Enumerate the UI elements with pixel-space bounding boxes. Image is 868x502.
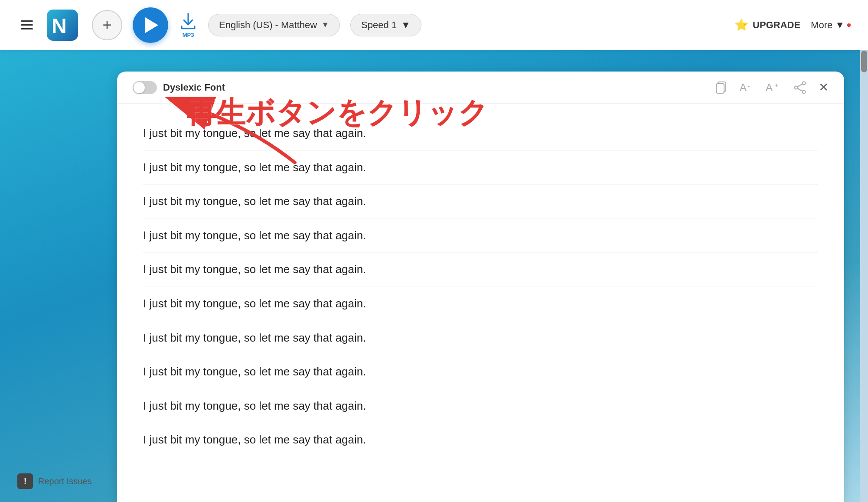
content-line: I just bit my tongue, so let me say that… [143, 151, 818, 185]
decrease-font-icon: A - [740, 81, 754, 94]
dyslexic-font-toggle-container: Dyslexic Font [133, 81, 225, 94]
content-line: I just bit my tongue, so let me say that… [143, 423, 818, 457]
more-button[interactable]: More ▼ [811, 20, 851, 31]
hamburger-button[interactable] [17, 17, 36, 33]
panel-header: Dyslexic Font A - [117, 72, 844, 104]
content-line: I just bit my tongue, so let me say that… [143, 253, 818, 287]
panel-action-icons: A - A + [715, 80, 829, 95]
dyslexic-font-label: Dyslexic Font [163, 82, 225, 93]
dyslexic-font-toggle[interactable] [133, 81, 157, 94]
scrollbar-track[interactable] [860, 50, 868, 502]
content-line: I just bit my tongue, so let me say that… [143, 219, 818, 253]
play-icon [145, 17, 158, 33]
logo-icon: N [47, 10, 78, 41]
svg-text:-: - [747, 82, 750, 90]
upgrade-button[interactable]: ⭐ UPGRADE [734, 18, 800, 32]
content-panel: Dyslexic Font A - [117, 72, 844, 502]
mp3-icon [179, 12, 198, 31]
hamburger-line-1 [21, 20, 33, 22]
content-line: I just bit my tongue, so let me say that… [143, 355, 818, 389]
content-line: I just bit my tongue, so let me say that… [143, 287, 818, 321]
copy-button[interactable] [715, 81, 728, 94]
hamburger-line-2 [21, 24, 33, 26]
logo: N [47, 10, 78, 41]
background-area: Dyslexic Font A - [0, 50, 868, 502]
svg-point-10 [795, 86, 798, 89]
svg-text:A: A [740, 81, 747, 93]
svg-point-9 [803, 90, 806, 93]
increase-font-button[interactable]: A + [766, 81, 781, 94]
voice-chevron-icon: ▼ [321, 20, 329, 29]
hamburger-line-3 [21, 28, 33, 29]
content-line: I just bit my tongue, so let me say that… [143, 389, 818, 424]
star-icon: ⭐ [734, 18, 748, 32]
speed-selector-button[interactable]: Speed 1 ▼ [350, 14, 421, 36]
share-button[interactable] [793, 81, 806, 94]
svg-rect-3 [716, 84, 724, 93]
increase-font-icon: A + [766, 81, 781, 94]
content-line: I just bit my tongue, so let me say that… [143, 185, 818, 219]
report-icon: ! [17, 473, 33, 489]
svg-text:A: A [766, 81, 773, 93]
content-line: I just bit my tongue, so let me say that… [143, 321, 818, 355]
toggle-thumb [134, 82, 145, 93]
svg-point-8 [803, 81, 806, 85]
svg-line-11 [798, 84, 803, 87]
mp3-download-button[interactable]: MP3 [179, 12, 198, 38]
svg-text:+: + [774, 81, 778, 89]
voice-selector-button[interactable]: English (US) - Matthew ▼ [208, 14, 340, 36]
decrease-font-button[interactable]: A - [740, 81, 754, 94]
close-button[interactable]: ✕ [819, 80, 829, 95]
share-icon [793, 81, 806, 94]
copy-icon [715, 81, 728, 94]
toolbar: N + MP3 English (US) - Matthew ▼ Speed 1… [0, 0, 868, 50]
content-lines-container: I just bit my tongue, so let me say that… [117, 104, 844, 470]
scrollbar-thumb[interactable] [861, 51, 867, 72]
svg-line-12 [798, 88, 803, 91]
add-button[interactable]: + [92, 10, 122, 40]
play-button[interactable] [133, 7, 168, 43]
speed-chevron-icon: ▼ [401, 20, 411, 31]
report-issues-button[interactable]: ! Report Issues [17, 473, 91, 489]
close-icon: ✕ [819, 80, 829, 95]
content-line: I just bit my tongue, so let me say that… [143, 117, 818, 151]
more-notification-dot [847, 23, 851, 27]
svg-text:N: N [52, 14, 67, 37]
more-chevron-icon: ▼ [835, 20, 845, 31]
